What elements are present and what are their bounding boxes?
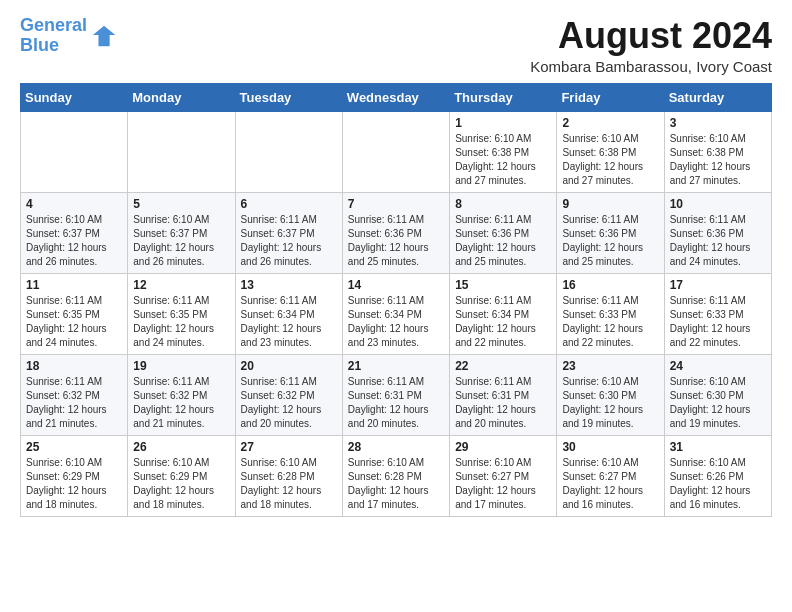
calendar-week-row: 1Sunrise: 6:10 AM Sunset: 6:38 PM Daylig…	[21, 111, 772, 192]
day-info: Sunrise: 6:10 AM Sunset: 6:38 PM Dayligh…	[562, 132, 658, 188]
day-info: Sunrise: 6:11 AM Sunset: 6:36 PM Dayligh…	[670, 213, 766, 269]
day-info: Sunrise: 6:11 AM Sunset: 6:37 PM Dayligh…	[241, 213, 337, 269]
title-block: August 2024 Kombara Bambarassou, Ivory C…	[530, 16, 772, 75]
calendar-week-row: 11Sunrise: 6:11 AM Sunset: 6:35 PM Dayli…	[21, 273, 772, 354]
svg-marker-0	[93, 26, 115, 47]
day-number: 15	[455, 278, 551, 292]
sub-title: Kombara Bambarassou, Ivory Coast	[530, 58, 772, 75]
calendar-cell: 29Sunrise: 6:10 AM Sunset: 6:27 PM Dayli…	[450, 435, 557, 516]
day-info: Sunrise: 6:10 AM Sunset: 6:30 PM Dayligh…	[562, 375, 658, 431]
day-number: 12	[133, 278, 229, 292]
calendar-header-friday: Friday	[557, 83, 664, 111]
day-number: 1	[455, 116, 551, 130]
day-number: 31	[670, 440, 766, 454]
day-number: 21	[348, 359, 444, 373]
calendar-cell: 16Sunrise: 6:11 AM Sunset: 6:33 PM Dayli…	[557, 273, 664, 354]
calendar-cell: 31Sunrise: 6:10 AM Sunset: 6:26 PM Dayli…	[664, 435, 771, 516]
day-info: Sunrise: 6:10 AM Sunset: 6:37 PM Dayligh…	[26, 213, 122, 269]
calendar-cell: 28Sunrise: 6:10 AM Sunset: 6:28 PM Dayli…	[342, 435, 449, 516]
calendar-cell: 2Sunrise: 6:10 AM Sunset: 6:38 PM Daylig…	[557, 111, 664, 192]
calendar-table: SundayMondayTuesdayWednesdayThursdayFrid…	[20, 83, 772, 517]
day-number: 7	[348, 197, 444, 211]
day-info: Sunrise: 6:11 AM Sunset: 6:31 PM Dayligh…	[455, 375, 551, 431]
calendar-cell: 1Sunrise: 6:10 AM Sunset: 6:38 PM Daylig…	[450, 111, 557, 192]
day-number: 6	[241, 197, 337, 211]
day-info: Sunrise: 6:11 AM Sunset: 6:36 PM Dayligh…	[562, 213, 658, 269]
day-number: 27	[241, 440, 337, 454]
day-info: Sunrise: 6:10 AM Sunset: 6:30 PM Dayligh…	[670, 375, 766, 431]
calendar-cell: 7Sunrise: 6:11 AM Sunset: 6:36 PM Daylig…	[342, 192, 449, 273]
calendar-week-row: 18Sunrise: 6:11 AM Sunset: 6:32 PM Dayli…	[21, 354, 772, 435]
calendar-cell: 27Sunrise: 6:10 AM Sunset: 6:28 PM Dayli…	[235, 435, 342, 516]
calendar-cell: 3Sunrise: 6:10 AM Sunset: 6:38 PM Daylig…	[664, 111, 771, 192]
day-info: Sunrise: 6:11 AM Sunset: 6:34 PM Dayligh…	[455, 294, 551, 350]
day-info: Sunrise: 6:10 AM Sunset: 6:26 PM Dayligh…	[670, 456, 766, 512]
calendar-cell: 9Sunrise: 6:11 AM Sunset: 6:36 PM Daylig…	[557, 192, 664, 273]
calendar-cell: 6Sunrise: 6:11 AM Sunset: 6:37 PM Daylig…	[235, 192, 342, 273]
logo-icon	[91, 22, 119, 50]
calendar-cell: 5Sunrise: 6:10 AM Sunset: 6:37 PM Daylig…	[128, 192, 235, 273]
calendar-header-tuesday: Tuesday	[235, 83, 342, 111]
logo-text: GeneralBlue	[20, 16, 87, 56]
day-number: 8	[455, 197, 551, 211]
header: GeneralBlue August 2024 Kombara Bambaras…	[20, 16, 772, 75]
logo: GeneralBlue	[20, 16, 119, 56]
day-info: Sunrise: 6:11 AM Sunset: 6:35 PM Dayligh…	[26, 294, 122, 350]
calendar-header-monday: Monday	[128, 83, 235, 111]
calendar-cell: 17Sunrise: 6:11 AM Sunset: 6:33 PM Dayli…	[664, 273, 771, 354]
calendar-cell	[21, 111, 128, 192]
day-info: Sunrise: 6:11 AM Sunset: 6:32 PM Dayligh…	[241, 375, 337, 431]
day-info: Sunrise: 6:11 AM Sunset: 6:32 PM Dayligh…	[26, 375, 122, 431]
day-info: Sunrise: 6:11 AM Sunset: 6:32 PM Dayligh…	[133, 375, 229, 431]
calendar-cell: 4Sunrise: 6:10 AM Sunset: 6:37 PM Daylig…	[21, 192, 128, 273]
day-info: Sunrise: 6:10 AM Sunset: 6:38 PM Dayligh…	[670, 132, 766, 188]
day-info: Sunrise: 6:10 AM Sunset: 6:28 PM Dayligh…	[348, 456, 444, 512]
calendar-week-row: 25Sunrise: 6:10 AM Sunset: 6:29 PM Dayli…	[21, 435, 772, 516]
day-number: 22	[455, 359, 551, 373]
day-info: Sunrise: 6:10 AM Sunset: 6:27 PM Dayligh…	[455, 456, 551, 512]
calendar-cell: 19Sunrise: 6:11 AM Sunset: 6:32 PM Dayli…	[128, 354, 235, 435]
day-info: Sunrise: 6:10 AM Sunset: 6:37 PM Dayligh…	[133, 213, 229, 269]
day-number: 11	[26, 278, 122, 292]
day-number: 18	[26, 359, 122, 373]
calendar-cell: 30Sunrise: 6:10 AM Sunset: 6:27 PM Dayli…	[557, 435, 664, 516]
page: GeneralBlue August 2024 Kombara Bambaras…	[0, 0, 792, 533]
calendar-cell: 15Sunrise: 6:11 AM Sunset: 6:34 PM Dayli…	[450, 273, 557, 354]
day-number: 25	[26, 440, 122, 454]
day-number: 14	[348, 278, 444, 292]
calendar-cell	[128, 111, 235, 192]
day-info: Sunrise: 6:11 AM Sunset: 6:33 PM Dayligh…	[562, 294, 658, 350]
day-number: 10	[670, 197, 766, 211]
day-number: 24	[670, 359, 766, 373]
calendar-cell: 21Sunrise: 6:11 AM Sunset: 6:31 PM Dayli…	[342, 354, 449, 435]
day-number: 5	[133, 197, 229, 211]
calendar-cell	[235, 111, 342, 192]
day-number: 4	[26, 197, 122, 211]
calendar-cell: 13Sunrise: 6:11 AM Sunset: 6:34 PM Dayli…	[235, 273, 342, 354]
day-number: 26	[133, 440, 229, 454]
day-number: 19	[133, 359, 229, 373]
day-info: Sunrise: 6:11 AM Sunset: 6:31 PM Dayligh…	[348, 375, 444, 431]
day-number: 29	[455, 440, 551, 454]
day-info: Sunrise: 6:11 AM Sunset: 6:35 PM Dayligh…	[133, 294, 229, 350]
calendar-header-saturday: Saturday	[664, 83, 771, 111]
calendar-cell: 23Sunrise: 6:10 AM Sunset: 6:30 PM Dayli…	[557, 354, 664, 435]
day-info: Sunrise: 6:10 AM Sunset: 6:28 PM Dayligh…	[241, 456, 337, 512]
calendar-header-row: SundayMondayTuesdayWednesdayThursdayFrid…	[21, 83, 772, 111]
calendar-cell: 14Sunrise: 6:11 AM Sunset: 6:34 PM Dayli…	[342, 273, 449, 354]
day-number: 30	[562, 440, 658, 454]
day-info: Sunrise: 6:10 AM Sunset: 6:29 PM Dayligh…	[133, 456, 229, 512]
day-number: 2	[562, 116, 658, 130]
calendar-cell	[342, 111, 449, 192]
calendar-header-thursday: Thursday	[450, 83, 557, 111]
day-number: 23	[562, 359, 658, 373]
day-info: Sunrise: 6:11 AM Sunset: 6:34 PM Dayligh…	[241, 294, 337, 350]
day-info: Sunrise: 6:11 AM Sunset: 6:33 PM Dayligh…	[670, 294, 766, 350]
day-info: Sunrise: 6:11 AM Sunset: 6:36 PM Dayligh…	[348, 213, 444, 269]
main-title: August 2024	[530, 16, 772, 56]
day-number: 9	[562, 197, 658, 211]
day-number: 3	[670, 116, 766, 130]
calendar-cell: 10Sunrise: 6:11 AM Sunset: 6:36 PM Dayli…	[664, 192, 771, 273]
calendar-header-sunday: Sunday	[21, 83, 128, 111]
day-number: 28	[348, 440, 444, 454]
